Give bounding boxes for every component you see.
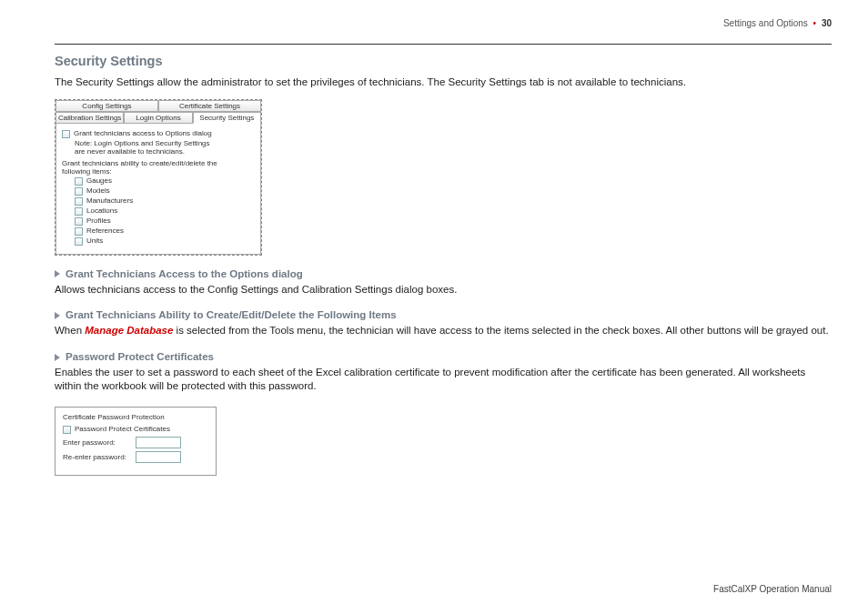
item-gauges: Gauges bbox=[75, 176, 255, 186]
checkbox-icon[interactable] bbox=[75, 187, 83, 196]
item-label: Profiles bbox=[86, 216, 111, 225]
reenter-password-row: Re-enter password: bbox=[63, 451, 208, 463]
checkbox-icon[interactable] bbox=[63, 426, 71, 434]
tab-certificate-settings[interactable]: Certificate Settings bbox=[158, 100, 261, 112]
item-label: Manufacturers bbox=[86, 196, 133, 205]
checkbox-icon[interactable] bbox=[75, 237, 83, 246]
item-manufacturers: Manufacturers bbox=[75, 196, 255, 206]
triangle-icon bbox=[55, 354, 60, 361]
note-line1: Note: Login Options and Security Setting… bbox=[75, 139, 255, 147]
enter-password-row: Enter password: bbox=[63, 437, 208, 448]
password-group-screenshot: Certificate Password Protection Password… bbox=[55, 407, 217, 476]
checkbox-label: Password Protect Certificates bbox=[75, 425, 170, 433]
grant-access-label: Grant technicians access to Options dial… bbox=[74, 129, 212, 137]
password-input[interactable] bbox=[136, 437, 181, 448]
tab-security-settings[interactable]: Security Settings bbox=[193, 112, 261, 124]
item-profiles: Profiles bbox=[75, 216, 255, 226]
checkbox-icon[interactable] bbox=[75, 197, 83, 206]
tab-calibration-settings[interactable]: Calibration Settings bbox=[56, 112, 124, 124]
field-label: Enter password: bbox=[63, 438, 130, 447]
tab-config-settings[interactable]: Config Settings bbox=[56, 100, 158, 112]
sub1-text: Allows technicians access to the Config … bbox=[55, 283, 832, 297]
item-references: References bbox=[75, 226, 255, 236]
footer-text: FastCalXP Operation Manual bbox=[713, 584, 832, 594]
item-label: Locations bbox=[86, 206, 117, 215]
intro-text: The Security Settings allow the administ… bbox=[55, 75, 832, 90]
group-title: Certificate Password Protection bbox=[63, 413, 208, 421]
page-title: Security Settings bbox=[55, 54, 832, 68]
section-name: Settings and Options bbox=[723, 18, 808, 28]
manage-database-link[interactable]: Manage Database bbox=[85, 325, 173, 336]
subhead-text: Password Protect Certificates bbox=[66, 351, 214, 362]
grant-access-checkbox-row: Grant technicians access to Options dial… bbox=[62, 129, 255, 138]
item-locations: Locations bbox=[75, 206, 255, 216]
sub2-text: When Manage Database is selected from th… bbox=[55, 324, 832, 338]
item-label: References bbox=[86, 226, 124, 235]
password-protect-checkbox-row: Password Protect Certificates bbox=[63, 425, 208, 434]
subhead-password-protect: Password Protect Certificates bbox=[55, 351, 832, 362]
sub3-text: Enables the user to set a password to ea… bbox=[55, 366, 832, 394]
item-label: Models bbox=[86, 186, 110, 195]
note-line2: are never available to technicians. bbox=[75, 147, 255, 156]
security-panel: Grant technicians access to Options dial… bbox=[56, 124, 261, 255]
tab-login-options[interactable]: Login Options bbox=[124, 112, 192, 124]
sub2-pre: When bbox=[55, 325, 85, 336]
bullet-icon: • bbox=[813, 18, 817, 28]
checkbox-icon[interactable] bbox=[75, 227, 83, 236]
page: Settings and Options • 30 Security Setti… bbox=[0, 0, 868, 614]
checkbox-icon[interactable] bbox=[62, 130, 70, 138]
item-label: Gauges bbox=[86, 176, 112, 185]
checkbox-icon[interactable] bbox=[75, 207, 83, 216]
subhead-text: Grant Technicians Ability to Create/Edit… bbox=[66, 309, 397, 320]
header-rule bbox=[55, 44, 832, 45]
item-label: Units bbox=[86, 237, 103, 245]
checkbox-icon[interactable] bbox=[75, 217, 83, 226]
triangle-icon bbox=[55, 270, 60, 277]
page-number: 30 bbox=[822, 18, 832, 28]
grant-ability-line1: Grant technicians ability to create/edit… bbox=[62, 159, 255, 167]
field-label: Re-enter password: bbox=[63, 453, 130, 461]
triangle-icon bbox=[55, 312, 60, 319]
sub2-post: is selected from the Tools menu, the tec… bbox=[173, 325, 828, 336]
subhead-grant-access: Grant Technicians Access to the Options … bbox=[55, 268, 832, 279]
options-dialog-screenshot: Config Settings Certificate Settings Cal… bbox=[55, 99, 262, 256]
reenter-password-input[interactable] bbox=[136, 451, 181, 463]
tab-row-1: Config Settings Certificate Settings bbox=[56, 100, 261, 112]
subhead-grant-ability: Grant Technicians Ability to Create/Edit… bbox=[55, 309, 832, 320]
item-units: Units bbox=[75, 237, 255, 246]
grant-ability-line2: following items: bbox=[62, 167, 255, 176]
running-header: Settings and Options • 30 bbox=[723, 18, 832, 28]
subhead-text: Grant Technicians Access to the Options … bbox=[66, 268, 303, 279]
checkbox-icon[interactable] bbox=[75, 177, 83, 186]
tab-row-2: Calibration Settings Login Options Secur… bbox=[56, 112, 261, 124]
item-models: Models bbox=[75, 186, 255, 196]
content-area: Security Settings The Security Settings … bbox=[55, 50, 832, 476]
